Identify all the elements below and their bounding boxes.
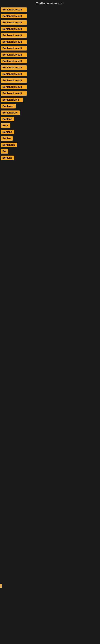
bottleneck-badge[interactable]: Bottlenec xyxy=(1,104,16,108)
list-item[interactable]: Bottleneck result xyxy=(1,46,100,50)
list-item[interactable]: Bottleneck result xyxy=(1,59,100,64)
list-item[interactable]: Bottlene xyxy=(1,117,100,121)
bottleneck-badge[interactable]: Bottleneck result xyxy=(1,66,27,70)
bottleneck-badge[interactable]: Bottleneck result xyxy=(1,46,27,50)
list-item[interactable]: Bottleneck result xyxy=(1,27,100,31)
list-item[interactable]: Bottleneck result xyxy=(1,33,100,38)
list-item[interactable]: Bottleneck result xyxy=(1,40,100,44)
bottleneck-badge[interactable]: Bottlene xyxy=(1,117,14,121)
list-item[interactable]: Bottleneck res xyxy=(1,98,100,102)
bottleneck-badge[interactable]: Bottleneck result xyxy=(1,91,27,96)
list-item[interactable]: Bottleneck result xyxy=(1,72,100,76)
bottleneck-badge[interactable]: Bottleneck result xyxy=(1,40,27,44)
list-item[interactable]: Bottlen xyxy=(1,136,100,141)
bottleneck-badge[interactable]: Bottleneck result xyxy=(1,59,27,64)
bottleneck-badge[interactable]: Bottleneck result xyxy=(1,85,27,89)
bottleneck-badge[interactable]: Bottleneck result xyxy=(1,52,27,57)
bottleneck-badge[interactable]: Bottlene xyxy=(1,130,14,134)
list-item[interactable]: Bottlenec xyxy=(1,104,100,108)
list-item[interactable]: Bottleneck result xyxy=(1,8,100,12)
bottleneck-badge[interactable]: Bottleneck result xyxy=(1,27,27,31)
site-title: TheBottlenecker.com xyxy=(36,2,64,5)
bottleneck-badge[interactable]: Bottleneck re xyxy=(1,110,20,115)
list-item[interactable]: Bottleneck result xyxy=(1,20,100,25)
bottleneck-badge[interactable]: Bottleneck xyxy=(1,143,17,147)
list-item[interactable]: Bottlene xyxy=(1,156,100,160)
list-item[interactable]: Bottleneck re xyxy=(1,110,100,115)
list-item[interactable]: Bottleneck result xyxy=(1,66,100,70)
list-item[interactable]: Bott xyxy=(1,149,100,154)
bottleneck-badge[interactable]: Bottleneck result xyxy=(1,33,27,38)
list-item[interactable]: Bottleneck result xyxy=(1,14,100,18)
bottleneck-badge[interactable]: Bottleneck res xyxy=(1,98,23,102)
site-header: TheBottlenecker.com xyxy=(0,0,100,8)
bottleneck-list: Bottleneck resultBottleneck resultBottle… xyxy=(0,8,100,160)
bottleneck-badge[interactable]: Bottleneck result xyxy=(1,20,27,25)
list-item[interactable]: Bottl xyxy=(1,123,100,128)
bottleneck-badge[interactable]: Bottlen xyxy=(1,136,13,141)
list-item[interactable]: Bottlene xyxy=(1,130,100,134)
list-item[interactable]: Bottleneck result xyxy=(1,91,100,96)
list-item[interactable]: Bottleneck result xyxy=(1,85,100,89)
bottleneck-badge[interactable]: Bottleneck result xyxy=(1,72,27,76)
bottleneck-badge[interactable]: Bottleneck result xyxy=(1,14,27,18)
list-item[interactable]: Bottleneck result xyxy=(1,78,100,83)
bottleneck-badge[interactable]: Bottlene xyxy=(1,156,14,160)
bottleneck-badge[interactable]: Bott xyxy=(1,149,8,154)
list-item[interactable]: Bottleneck result xyxy=(1,52,100,57)
bottleneck-badge[interactable]: Bottleneck result xyxy=(1,78,27,83)
bottleneck-badge[interactable]: Bottl xyxy=(1,123,10,128)
bottom-marker xyxy=(0,584,1,588)
bottleneck-badge[interactable]: Bottleneck result xyxy=(1,8,27,12)
list-item[interactable]: Bottleneck xyxy=(1,143,100,147)
